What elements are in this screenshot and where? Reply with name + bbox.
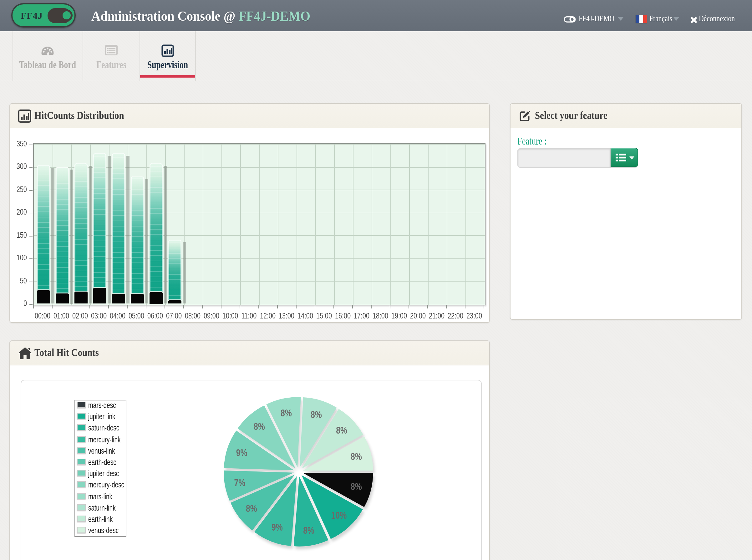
svg-text:9%: 9%	[236, 448, 247, 458]
svg-text:9%: 9%	[271, 522, 283, 533]
svg-text:8%: 8%	[254, 421, 265, 432]
svg-text:8%: 8%	[281, 408, 292, 418]
svg-text:8%: 8%	[351, 451, 362, 462]
svg-text:8%: 8%	[351, 481, 362, 492]
svg-text:7%: 7%	[234, 478, 245, 488]
svg-text:8%: 8%	[336, 425, 347, 436]
svg-text:10%: 10%	[331, 510, 347, 521]
svg-text:8%: 8%	[303, 525, 314, 536]
svg-text:8%: 8%	[246, 503, 257, 514]
svg-text:8%: 8%	[311, 409, 322, 420]
